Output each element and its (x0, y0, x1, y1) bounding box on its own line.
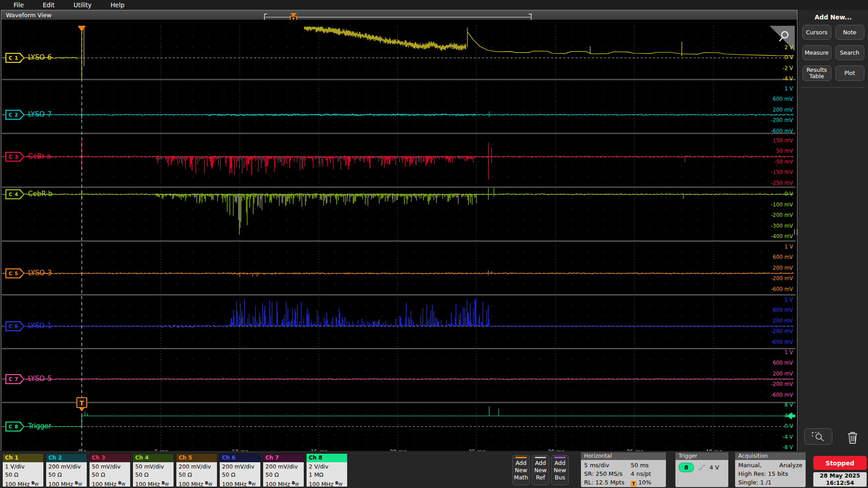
right-sidebar: Add New... CursorsNoteMeasureSearchResul… (798, 10, 868, 456)
time-label: 16:12:54 (813, 479, 867, 487)
bottom-bar: Ch 11 V/div50 Ω100 MHz BWCh 2200 mV/div5… (0, 451, 868, 488)
channel-label-1: LYSO-6 (28, 53, 52, 61)
channel-label-6: LYSO-1 (28, 322, 52, 330)
horizontal-resolution: 4 ns/pt (631, 469, 651, 478)
oscilloscope-screen: FileEditUtilityHelp Waveform View T T C … (0, 0, 868, 488)
channel-tag-1[interactable]: C 1 (5, 53, 24, 63)
acquisition-panel[interactable]: Acquisition Manual,Analyze High Res: 15 … (735, 452, 806, 487)
acquisition-mode: Manual, (738, 461, 761, 469)
acquisition-analyze: Analyze (779, 461, 802, 469)
trash-button[interactable] (844, 428, 862, 446)
channel-label-4: CebR-b (28, 190, 52, 198)
menu-file[interactable]: File (14, 1, 24, 9)
plot-area[interactable]: T C 1LYSO-62 V0 V-2 V-4 VC 2LYSO-71 V600… (2, 20, 796, 456)
channel-badge-settings: 200 mV/div50 Ω100 MHz BW (263, 462, 304, 487)
channel-badge-header: Ch 1 (3, 454, 43, 462)
add-new-measure-button[interactable]: Measure (802, 45, 831, 60)
acquisition-panel-header: Acquisition (735, 452, 806, 460)
channel-tag-2[interactable]: C 2 (5, 110, 24, 120)
channel-badge-header: Ch 8 (307, 454, 347, 462)
trigger-panel-header: Trigger (675, 452, 728, 460)
trigger-source-badge: 8 (679, 463, 694, 472)
channel-badge-settings: 200 mV/div50 Ω100 MHz BW (176, 462, 217, 487)
channel-badge-settings: 50 mV/div50 Ω100 MHz BW (133, 462, 174, 487)
channel-badge-1[interactable]: Ch 11 V/div50 Ω100 MHz BW (2, 453, 44, 487)
channel-tag-6[interactable]: C 6 (5, 321, 24, 331)
horizontal-panel-header: Horizontal (581, 452, 666, 460)
waveform-view-title: Waveform View (6, 12, 52, 19)
channel-badge-7[interactable]: Ch 7200 mV/div50 Ω100 MHz BW (263, 453, 304, 487)
plot-zoom-corner-badge[interactable] (769, 26, 795, 52)
channel-badge-6[interactable]: Ch 6200 mV/div50 Ω100 MHz BW (219, 453, 261, 487)
channel-badge-header: Ch 5 (176, 454, 217, 462)
trash-icon (846, 430, 859, 445)
add-new-title: Add New... (798, 14, 868, 21)
menu-edit[interactable]: Edit (43, 1, 55, 9)
channel-badge-4[interactable]: Ch 450 mV/div50 Ω100 MHz BW (132, 453, 174, 487)
magnifier-handle-icon (779, 38, 783, 41)
waveform-panel: Waveform View T T C 1LYSO-62 V0 V-2 V-4 … (1, 10, 797, 456)
channel-tag-5[interactable]: C 5 (5, 268, 24, 278)
datetime-badge: 28 May 2025 16:12:54 (813, 472, 867, 487)
add-new-bus-button[interactable]: AddNewBus (551, 455, 569, 485)
acquisition-single: Single: 1 /1 (738, 478, 802, 487)
panel-drag-handle[interactable] (794, 222, 798, 241)
channel-badge-header: Ch 2 (46, 454, 87, 462)
horizontal-span: 50 ms (631, 461, 649, 469)
channel-tag-8[interactable]: C 8 (5, 422, 24, 432)
trigger-position-icon: T (631, 481, 637, 487)
channel-tag-4[interactable]: C 4 (5, 189, 24, 199)
channel-label-8: Trigger (28, 422, 52, 430)
add-new-ref-button[interactable]: AddNewRef (532, 455, 549, 485)
channel-tag-3[interactable]: C 3 (5, 152, 24, 162)
overview-trigger-arrow-icon[interactable] (290, 13, 297, 16)
channel-badge-header: Ch 6 (220, 454, 260, 462)
add-new-search-button[interactable]: Search (835, 45, 864, 60)
rising-edge-icon (697, 464, 706, 471)
add-new-results-table-button[interactable]: Results Table (802, 66, 831, 81)
menu-help[interactable]: Help (110, 1, 124, 9)
channel-badge-8[interactable]: Ch 82 V/div1 MΩ100 MHz BW (306, 453, 348, 487)
acquisition-resolution: High Res: 15 bits (738, 469, 802, 478)
channel-badge-settings: 200 mV/div50 Ω100 MHz BW (220, 462, 260, 487)
channel-badge-settings: 200 mV/div50 Ω100 MHz BW (46, 462, 87, 487)
channel-badge-2[interactable]: Ch 2200 mV/div50 Ω100 MHz BW (46, 453, 87, 487)
add-new-math-button[interactable]: AddNewMath (512, 455, 530, 485)
channel-badge-settings: 1 V/div50 Ω100 MHz BW (3, 462, 43, 487)
horizontal-sample-rate: SR: 250 MS/s (584, 469, 631, 478)
waveform-traces: T (2, 20, 796, 456)
channel-badge-settings: 50 mV/div50 Ω100 MHz BW (90, 462, 130, 487)
channel-label-3: CeBr-a (28, 152, 51, 160)
trigger-level: 4 V (709, 464, 719, 471)
channel-badge-header: Ch 7 (263, 454, 304, 462)
stopped-button[interactable]: Stopped (813, 456, 867, 470)
channel-badge-settings: 2 V/div1 MΩ100 MHz BW (307, 462, 347, 487)
horizontal-record-length: RL: 12.5 Mpts (584, 478, 631, 487)
add-new-note-button[interactable]: Note (835, 25, 864, 40)
channel-badge-3[interactable]: Ch 350 mV/div50 Ω100 MHz BW (89, 453, 131, 487)
menu-utility[interactable]: Utility (74, 1, 92, 9)
date-label: 28 May 2025 (813, 472, 867, 479)
channel-tag-7[interactable]: C 7 (5, 374, 24, 384)
horizontal-trigger-position: T10% (631, 478, 651, 487)
sidebar-separator (801, 87, 865, 88)
add-new-cursors-button[interactable]: Cursors (802, 25, 831, 40)
zoom-selection-button[interactable] (804, 428, 832, 445)
channel-badge-header: Ch 3 (90, 454, 130, 462)
trigger-panel[interactable]: Trigger 8 4 V (675, 452, 728, 487)
waveform-view-tab[interactable]: Waveform View T (1, 10, 797, 20)
zoom-selection-icon (811, 431, 826, 442)
channel-badge-5[interactable]: Ch 5200 mV/div50 Ω100 MHz BW (176, 453, 217, 487)
channel-label-7: LYSO-5 (28, 375, 52, 383)
add-new-plot-button[interactable]: Plot (835, 66, 864, 81)
channel-badge-header: Ch 4 (133, 454, 174, 462)
channel-label-2: LYSO-7 (28, 110, 52, 118)
channel-label-5: LYSO-3 (28, 269, 52, 277)
horizontal-scale: 5 ms/div (584, 461, 631, 469)
horizontal-panel[interactable]: Horizontal 5 ms/div50 ms SR: 250 MS/s4 n… (581, 452, 666, 487)
svg-text:T: T (80, 399, 84, 407)
